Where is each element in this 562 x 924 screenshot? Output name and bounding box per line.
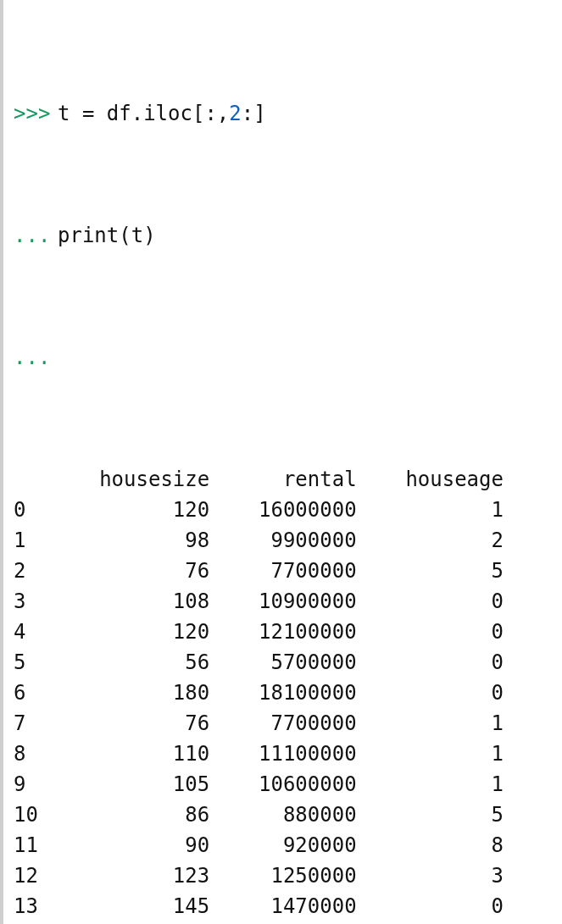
code-line-3 — [58, 342, 70, 373]
input-line-3: ... — [3, 342, 562, 373]
output-header: housesize rental houseage — [3, 464, 562, 495]
output-row: 11 90 920000 8 — [3, 830, 562, 860]
prompt-primary: >>> — [14, 98, 50, 129]
code-line-1: t = df.iloc[:,2:] — [58, 98, 266, 129]
output-row: 3 108 10900000 0 — [3, 586, 562, 617]
output-row: 6 180 18100000 0 — [3, 678, 562, 708]
output-row: 4 120 12100000 0 — [3, 617, 562, 647]
input-line-2: ... print(t) — [3, 220, 562, 251]
output-block: housesize rental houseage0 120 16000000 … — [3, 464, 562, 924]
input-line-1: >>> t = df.iloc[:,2:] — [3, 98, 562, 129]
output-row: 8 110 11100000 1 — [3, 739, 562, 769]
output-row: 7 76 7700000 1 — [3, 708, 562, 739]
code-line-2: print(t) — [58, 220, 156, 251]
prompt-continuation: ... — [14, 220, 50, 251]
output-row: 9 105 10600000 1 — [3, 769, 562, 800]
output-row: 13 145 1470000 0 — [3, 891, 562, 921]
output-row: 10 86 880000 5 — [3, 800, 562, 830]
output-row: 12 123 1250000 3 — [3, 860, 562, 891]
prompt-continuation: ... — [14, 342, 50, 373]
output-row: 2 76 7700000 5 — [3, 556, 562, 586]
repl-console[interactable]: >>> t = df.iloc[:,2:] ... print(t) ... h… — [3, 0, 562, 924]
output-row: 0 120 16000000 1 — [3, 495, 562, 525]
output-row: 5 56 5700000 0 — [3, 647, 562, 678]
output-row: 1 98 9900000 2 — [3, 525, 562, 556]
